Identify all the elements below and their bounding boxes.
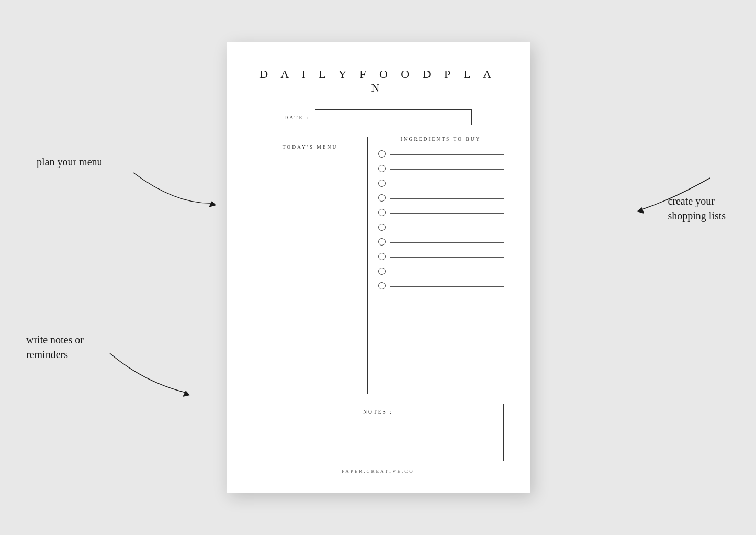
date-label: DATE : xyxy=(284,115,310,120)
ingredient-item-9[interactable] xyxy=(378,268,504,275)
main-content-area: TODAY'S MENU INGREDIENTS TO BUY xyxy=(253,137,504,394)
ingredients-section: INGREDIENTS TO BUY xyxy=(378,137,504,394)
ingredient-line-6 xyxy=(390,228,504,228)
checkbox-circle-5[interactable] xyxy=(378,209,386,216)
todays-menu-box: TODAY'S MENU xyxy=(253,137,368,394)
page-wrapper: D A I L Y F O O D P L A N DATE : TODAY'S… xyxy=(0,0,756,535)
document-footer: PAPER.CREATIVE.CO xyxy=(342,469,414,474)
notes-label: NOTES : xyxy=(363,409,393,415)
ingredient-line-1 xyxy=(390,154,504,155)
svg-marker-2 xyxy=(183,391,190,397)
checkbox-circle-9[interactable] xyxy=(378,268,386,275)
checkbox-circle-8[interactable] xyxy=(378,253,386,260)
ingredient-item-10[interactable] xyxy=(378,282,504,289)
ingredient-line-8 xyxy=(390,257,504,258)
date-input-box[interactable] xyxy=(315,109,472,125)
ingredient-line-7 xyxy=(390,242,504,243)
annotation-plan-menu: plan your menu xyxy=(37,154,103,169)
ingredient-line-10 xyxy=(390,286,504,287)
ingredient-item-5[interactable] xyxy=(378,209,504,216)
svg-marker-0 xyxy=(209,201,216,207)
checkbox-circle-10[interactable] xyxy=(378,282,386,289)
arrow-notes-reminders xyxy=(81,345,217,403)
ingredient-item-3[interactable] xyxy=(378,180,504,187)
date-row: DATE : xyxy=(253,109,504,125)
checkbox-circle-4[interactable] xyxy=(378,194,386,202)
checkbox-circle-6[interactable] xyxy=(378,224,386,231)
paper-document: D A I L Y F O O D P L A N DATE : TODAY'S… xyxy=(227,42,530,493)
document-title: D A I L Y F O O D P L A N xyxy=(253,68,504,95)
ingredient-line-3 xyxy=(390,184,504,184)
ingredient-item-2[interactable] xyxy=(378,165,504,172)
todays-menu-label: TODAY'S MENU xyxy=(283,144,338,150)
ingredients-title: INGREDIENTS TO BUY xyxy=(378,137,504,142)
ingredient-item-1[interactable] xyxy=(378,150,504,158)
checkbox-circle-1[interactable] xyxy=(378,150,386,158)
ingredient-line-2 xyxy=(390,169,504,170)
ingredient-line-4 xyxy=(390,198,504,199)
ingredient-item-8[interactable] xyxy=(378,253,504,260)
svg-marker-1 xyxy=(637,207,644,214)
annotation-shopping: create your shopping lists xyxy=(668,194,726,223)
checkbox-circle-3[interactable] xyxy=(378,180,386,187)
arrow-plan-menu xyxy=(102,162,238,215)
checkbox-circle-7[interactable] xyxy=(378,238,386,246)
ingredient-item-4[interactable] xyxy=(378,194,504,202)
checkbox-circle-2[interactable] xyxy=(378,165,386,172)
ingredient-line-5 xyxy=(390,213,504,214)
annotation-notes-reminders: write notes or reminders xyxy=(26,332,84,362)
ingredient-line-9 xyxy=(390,272,504,272)
ingredient-item-7[interactable] xyxy=(378,238,504,246)
notes-box[interactable]: NOTES : xyxy=(253,404,504,461)
ingredient-item-6[interactable] xyxy=(378,224,504,231)
